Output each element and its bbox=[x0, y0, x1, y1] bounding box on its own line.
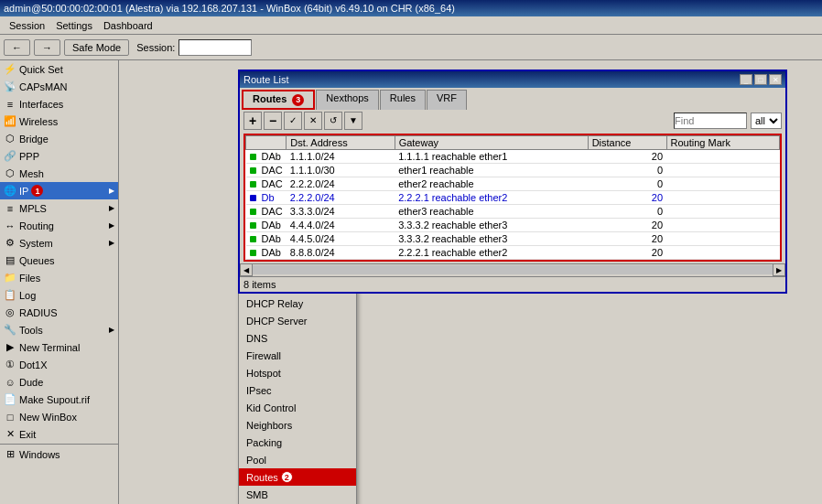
sidebar-item-new-winbox[interactable]: □ New WinBox bbox=[0, 408, 118, 425]
session-input[interactable] bbox=[178, 39, 252, 56]
status-bar: 8 items bbox=[240, 276, 785, 292]
caps-icon: 📡 bbox=[4, 80, 16, 93]
route-indicator bbox=[250, 195, 256, 201]
add-button[interactable]: + bbox=[243, 112, 262, 130]
sidebar-item-quick-set[interactable]: ⚡ Quick Set bbox=[0, 60, 118, 78]
route-indicator bbox=[250, 209, 256, 215]
sidebar-item-make-supout[interactable]: 📄 Make Supout.rif bbox=[0, 391, 118, 408]
submenu-item-dhcp-relay[interactable]: DHCP Relay bbox=[239, 295, 356, 312]
exit-icon: ✕ bbox=[4, 428, 16, 441]
menu-session[interactable]: Session bbox=[4, 19, 50, 32]
mesh-icon: ⬡ bbox=[4, 167, 16, 180]
row-type-text: Db bbox=[262, 192, 275, 203]
table-row[interactable]: Db 2.2.2.0/24 2.2.2.1 reachable ether2 2… bbox=[246, 190, 780, 204]
row-distance: 20 bbox=[588, 231, 666, 245]
system-icon: ⚙ bbox=[4, 237, 16, 250]
delete-button[interactable]: ✕ bbox=[304, 112, 322, 130]
col-header-type bbox=[246, 135, 287, 149]
sidebar-item-label: PPP bbox=[19, 151, 39, 162]
remove-button[interactable]: − bbox=[264, 112, 282, 130]
sidebar-item-mesh[interactable]: ⬡ Mesh bbox=[0, 165, 118, 182]
minimize-button[interactable]: _ bbox=[740, 74, 752, 85]
sidebar-item-dude[interactable]: ☺ Dude bbox=[0, 373, 118, 391]
sidebar-item-bridge[interactable]: ⬡ Bridge bbox=[0, 130, 118, 147]
row-distance: 20 bbox=[588, 245, 666, 259]
sidebar-item-files[interactable]: 📁 Files bbox=[0, 269, 118, 286]
row-distance: 0 bbox=[588, 163, 666, 177]
sidebar-item-radius[interactable]: ◎ RADIUS bbox=[0, 304, 118, 321]
submenu-item-kid-control[interactable]: Kid Control bbox=[239, 399, 356, 416]
routes-tab-badge: 3 bbox=[292, 94, 304, 106]
copy-button[interactable]: ✓ bbox=[284, 112, 302, 130]
table-row[interactable]: DAC 2.2.2.0/24 ether2 reachable 0 bbox=[246, 177, 780, 190]
find-input[interactable] bbox=[674, 113, 747, 129]
menu-settings[interactable]: Settings bbox=[50, 19, 98, 32]
submenu-item-dhcp-server[interactable]: DHCP Server bbox=[239, 312, 356, 329]
row-gateway: 2.2.2.1 reachable ether2 bbox=[395, 190, 588, 204]
sidebar-item-routing[interactable]: ↔ Routing ▶ bbox=[0, 217, 118, 234]
scroll-left-button[interactable]: ◀ bbox=[240, 263, 253, 276]
reset-button[interactable]: ↺ bbox=[324, 112, 342, 130]
tab-vrf[interactable]: VRF bbox=[427, 90, 467, 110]
find-select[interactable]: all bbox=[751, 113, 782, 129]
table-row[interactable]: DAC 3.3.3.0/24 ether3 reachable 0 bbox=[246, 204, 780, 218]
submenu-item-packing[interactable]: Packing bbox=[239, 434, 356, 451]
table-row[interactable]: DAb 1.1.1.0/24 1.1.1.1 reachable ether1 … bbox=[246, 149, 780, 163]
row-type: DAC bbox=[246, 163, 287, 177]
row-type-text: DAb bbox=[262, 151, 281, 162]
log-icon: 📋 bbox=[4, 289, 16, 302]
table-row[interactable]: DAb 4.4.4.0/24 3.3.3.2 reachable ether3 … bbox=[246, 218, 780, 231]
sidebar-item-capsman[interactable]: 📡 CAPsMAN bbox=[0, 78, 118, 95]
submenu-item-ipsec[interactable]: IPsec bbox=[239, 381, 356, 399]
sidebar-item-system[interactable]: ⚙ System ▶ bbox=[0, 234, 118, 252]
row-distance: 0 bbox=[588, 204, 666, 218]
row-dst: 1.1.1.0/24 bbox=[287, 149, 395, 163]
sidebar-item-wireless[interactable]: 📶 Wireless bbox=[0, 113, 118, 130]
sidebar-item-dot1x[interactable]: ① Dot1X bbox=[0, 356, 118, 373]
submenu-item-dns[interactable]: DNS bbox=[239, 329, 356, 347]
submenu-item-routes[interactable]: Routes 2 bbox=[239, 468, 356, 486]
sidebar-item-windows[interactable]: ⊞ Windows bbox=[0, 445, 118, 463]
sidebar-item-ip[interactable]: 🌐 IP 1 ▶ bbox=[0, 182, 118, 199]
submenu-item-firewall[interactable]: Firewall bbox=[239, 347, 356, 364]
row-gateway: ether2 reachable bbox=[395, 177, 588, 190]
submenu-item-pool[interactable]: Pool bbox=[239, 451, 356, 468]
sidebar-item-new-terminal[interactable]: ▶ New Terminal bbox=[0, 338, 118, 356]
col-header-gateway: Gateway bbox=[395, 135, 588, 149]
tab-routes[interactable]: Routes 3 bbox=[242, 90, 315, 110]
h-scrollbar[interactable]: ◀ ▶ bbox=[240, 263, 785, 276]
maximize-button[interactable]: □ bbox=[754, 74, 767, 85]
back-button[interactable]: ← bbox=[4, 39, 30, 56]
menu-dashboard[interactable]: Dashboard bbox=[98, 19, 158, 32]
sidebar-item-label: Dot1X bbox=[19, 359, 48, 370]
scroll-track[interactable] bbox=[253, 265, 773, 274]
sidebar-item-interfaces[interactable]: ≡ Interfaces bbox=[0, 95, 118, 113]
submenu-item-smb[interactable]: SMB bbox=[239, 486, 356, 503]
quick-set-icon: ⚡ bbox=[4, 63, 16, 76]
mpls-icon: ≡ bbox=[4, 202, 16, 215]
route-indicator bbox=[250, 154, 256, 160]
forward-button[interactable]: → bbox=[34, 39, 60, 56]
row-gateway: ether3 reachable bbox=[395, 204, 588, 218]
sidebar-item-queues[interactable]: ▤ Queues bbox=[0, 252, 118, 269]
safe-mode-button[interactable]: Safe Mode bbox=[64, 39, 129, 56]
filter-button[interactable]: ▼ bbox=[344, 112, 362, 130]
table-row[interactable]: DAC 1.1.1.0/30 ether1 reachable 0 bbox=[246, 163, 780, 177]
submenu-item-neighbors[interactable]: Neighbors bbox=[239, 416, 356, 434]
row-type: DAC bbox=[246, 177, 287, 190]
tab-nexthops[interactable]: Nexthops bbox=[316, 90, 378, 110]
sidebar-item-label: Make Supout.rif bbox=[19, 394, 90, 405]
sidebar-item-tools[interactable]: 🔧 Tools ▶ bbox=[0, 321, 118, 338]
sidebar-item-log[interactable]: 📋 Log bbox=[0, 286, 118, 304]
close-button[interactable]: ✕ bbox=[769, 74, 782, 85]
table-row[interactable]: DAb 4.4.5.0/24 3.3.3.2 reachable ether3 … bbox=[246, 231, 780, 245]
submenu-item-hotspot[interactable]: Hotspot bbox=[239, 364, 356, 381]
table-row[interactable]: DAb 8.8.8.0/24 2.2.2.1 reachable ether2 … bbox=[246, 245, 780, 259]
sidebar-item-exit[interactable]: ✕ Exit bbox=[0, 425, 118, 443]
tab-rules[interactable]: Rules bbox=[380, 90, 426, 110]
route-window: Route List _ □ ✕ Routes 3 Nexthops Rules… bbox=[238, 70, 787, 294]
sidebar-item-mpls[interactable]: ≡ MPLS ▶ bbox=[0, 199, 118, 217]
scroll-right-button[interactable]: ▶ bbox=[773, 263, 785, 276]
col-header-dst: Dst. Address bbox=[287, 135, 395, 149]
sidebar-item-ppp[interactable]: 🔗 PPP bbox=[0, 147, 118, 165]
